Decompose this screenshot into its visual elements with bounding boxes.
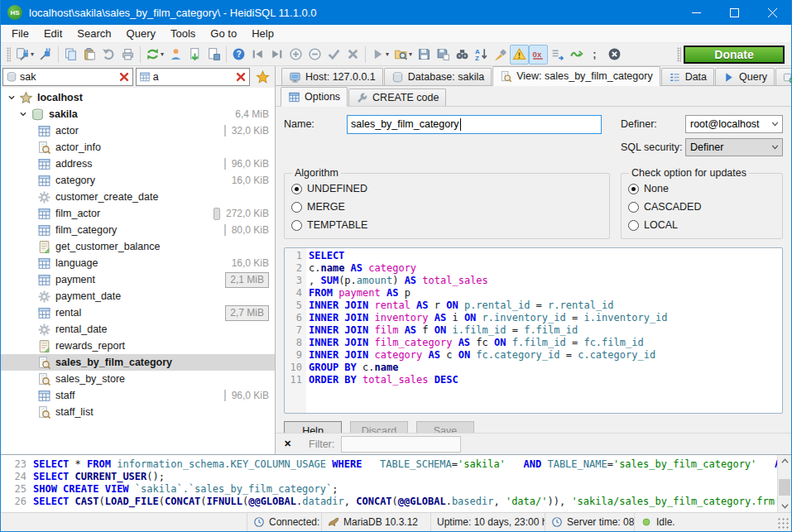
close-filter-icon[interactable]: ✕ bbox=[284, 439, 295, 449]
tree-item-customer-create-date[interactable]: customer_create_date bbox=[1, 189, 275, 205]
menu-item-go-to[interactable]: Go to bbox=[203, 25, 244, 43]
chevron-expanded-icon[interactable] bbox=[17, 108, 29, 120]
diskas-icon bbox=[436, 47, 450, 61]
menu-item-search[interactable]: Search bbox=[70, 25, 118, 43]
tree-item-actor[interactable]: actor32,0 KiB bbox=[1, 122, 275, 139]
toolbar-post-edit-button[interactable] bbox=[324, 45, 343, 65]
toolbar-find-replace-button[interactable] bbox=[453, 45, 472, 65]
tree-item-language[interactable]: language16,0 KiB bbox=[1, 255, 275, 271]
toolbar-stop-button[interactable] bbox=[605, 45, 624, 65]
toolbar-hex-view-toggle-button[interactable]: 0x bbox=[529, 45, 548, 65]
tree-item-address[interactable]: address96,0 KiB bbox=[1, 156, 275, 172]
toolbar-beautify-button[interactable] bbox=[491, 45, 510, 65]
tree-item-staff[interactable]: staff96,0 KiB bbox=[1, 387, 275, 404]
log-scrollbar[interactable] bbox=[777, 455, 791, 512]
resize-grip[interactable] bbox=[778, 518, 790, 530]
toolbar-undo-button[interactable] bbox=[99, 45, 118, 65]
menu-item-query[interactable]: Query bbox=[119, 25, 163, 43]
toolbar-paste-button[interactable] bbox=[80, 45, 99, 65]
toolbar-disconnect-button[interactable] bbox=[36, 45, 55, 65]
clear-filter-icon[interactable] bbox=[235, 71, 247, 83]
toolbar-user-manager-button[interactable] bbox=[166, 45, 185, 65]
tree-item-film-category[interactable]: film_category80,0 KiB bbox=[1, 222, 275, 238]
toolbar-print-button[interactable] bbox=[118, 45, 137, 65]
toolbar-first-row-button[interactable] bbox=[248, 45, 267, 65]
toolbar-save-snippet-as-button[interactable] bbox=[434, 45, 453, 65]
tree-item-rental[interactable]: rental2,7 MiB bbox=[1, 304, 275, 321]
tree-item-rental-date[interactable]: rental_date bbox=[1, 321, 275, 338]
radio-merge[interactable]: MERGE bbox=[291, 198, 602, 216]
tab-host-127-0-0-1[interactable]: Host: 127.0.0.1 bbox=[281, 68, 383, 85]
minimize-button[interactable] bbox=[677, 0, 715, 25]
table-filter-input[interactable]: a bbox=[136, 68, 250, 86]
toolbar-next-result-button[interactable] bbox=[548, 45, 567, 65]
toolbar-cancel-edit-button[interactable] bbox=[343, 45, 362, 65]
radio-cascaded[interactable]: CASCADED bbox=[628, 198, 775, 216]
toolbar-reformat-sql-button[interactable]: AZ bbox=[472, 45, 491, 65]
menu-item-tools[interactable]: Tools bbox=[163, 25, 203, 43]
scroll-up-icon[interactable] bbox=[778, 455, 791, 467]
menu-item-help[interactable]: Help bbox=[244, 25, 281, 43]
view-name-input[interactable]: sales_by_film_category bbox=[347, 115, 602, 134]
toolbar-export-database-button[interactable] bbox=[185, 45, 204, 65]
tree-item-payment[interactable]: payment2,1 MiB bbox=[1, 271, 275, 288]
tree-item-category[interactable]: category16,0 KiB bbox=[1, 172, 275, 189]
dropdown-arrow-icon[interactable]: ▾ bbox=[386, 50, 389, 58]
view-select-sql-editor[interactable]: 1SELECT2c.name AS category3, SUM(p.amoun… bbox=[284, 247, 783, 414]
toolbar-refresh-button[interactable]: ▾ bbox=[143, 45, 166, 65]
check-option-group: Check option for updates NoneCASCADEDLOC… bbox=[621, 167, 783, 239]
tab-database-sakila[interactable]: Database: sakila bbox=[384, 68, 492, 85]
radio-local[interactable]: LOCAL bbox=[628, 216, 775, 234]
toolbar-run-query-button[interactable]: ▾ bbox=[368, 45, 391, 65]
close-button[interactable] bbox=[753, 0, 791, 25]
tree-item-sales-by-film-category[interactable]: sales_by_film_category bbox=[1, 354, 275, 371]
toolbar-warn-unsafe-toggle-button[interactable] bbox=[510, 45, 529, 65]
donate-button[interactable]: Donate bbox=[684, 46, 785, 64]
toolbar-semicolon-delimiter-button[interactable]: ; bbox=[586, 45, 605, 65]
scrollbar-track[interactable] bbox=[778, 467, 791, 500]
definer-select[interactable]: root@localhost bbox=[685, 115, 783, 133]
database-filter-input[interactable]: sak bbox=[2, 68, 133, 86]
toolbar-save-sql-button[interactable] bbox=[204, 45, 223, 65]
tree-item-sales-by-store[interactable]: sales_by_store bbox=[1, 371, 275, 387]
toolbar-delete-row-button[interactable] bbox=[305, 45, 324, 65]
toolbar-session-manager-button[interactable]: ▾ bbox=[13, 45, 36, 65]
tree-item-staff-list[interactable]: staff_list bbox=[1, 404, 275, 420]
filter-input[interactable] bbox=[341, 436, 461, 453]
tab-new-query-tab[interactable] bbox=[775, 68, 792, 85]
toolbar-insert-row-button[interactable] bbox=[286, 45, 305, 65]
toolbar-help-button[interactable]: ? bbox=[229, 45, 248, 65]
tree-item-film-actor[interactable]: film_actor272,0 KiB bbox=[1, 205, 275, 222]
subtab-options[interactable]: Options bbox=[281, 87, 348, 107]
toolbar-save-snippet-button[interactable] bbox=[415, 45, 434, 65]
chevron-expanded-icon[interactable] bbox=[6, 92, 17, 103]
toolbar-load-sql-file-button[interactable]: ▾ bbox=[391, 45, 415, 65]
tree-item-actor-info[interactable]: actor_info bbox=[1, 139, 275, 156]
tab-data[interactable]: Data bbox=[661, 68, 714, 85]
tree-item-localhost[interactable]: localhost bbox=[1, 89, 275, 106]
tree-item-rewards-report[interactable]: rewards_report bbox=[1, 338, 275, 354]
scrollbar-thumb[interactable] bbox=[779, 479, 790, 496]
dropdown-arrow-icon[interactable]: ▾ bbox=[409, 50, 412, 58]
tab-query[interactable]: Query bbox=[715, 68, 775, 85]
clear-filter-icon[interactable] bbox=[118, 71, 130, 83]
tree-item-sakila[interactable]: sakila6,4 MiB bbox=[1, 106, 275, 122]
menu-item-edit[interactable]: Edit bbox=[36, 25, 70, 43]
tab-view-sales-by-film-category[interactable]: View: sales_by_film_category bbox=[492, 66, 660, 86]
dropdown-arrow-icon[interactable]: ▾ bbox=[31, 50, 34, 58]
sql-security-select[interactable]: Definer bbox=[685, 138, 783, 156]
favorites-star-button[interactable] bbox=[252, 68, 273, 86]
scroll-down-icon[interactable] bbox=[778, 500, 791, 512]
dropdown-arrow-icon[interactable]: ▾ bbox=[161, 50, 164, 58]
tree-item-payment-date[interactable]: payment_date bbox=[1, 288, 275, 304]
menu-item-file[interactable]: File bbox=[4, 25, 36, 43]
radio-none[interactable]: None bbox=[628, 180, 775, 198]
radio-temptable[interactable]: TEMPTABLE bbox=[291, 216, 602, 234]
radio-undefined[interactable]: UNDEFINED bbox=[291, 180, 602, 198]
toolbar-last-row-button[interactable] bbox=[267, 45, 286, 65]
subtab-create-code[interactable]: CREATE code bbox=[348, 89, 446, 106]
tree-item-get-customer-balance[interactable]: get_customer_balance bbox=[1, 238, 275, 255]
toolbar-fx-snippets-button[interactable] bbox=[567, 45, 586, 65]
toolbar-copy-button[interactable] bbox=[61, 45, 80, 65]
maximize-button[interactable] bbox=[715, 0, 753, 25]
